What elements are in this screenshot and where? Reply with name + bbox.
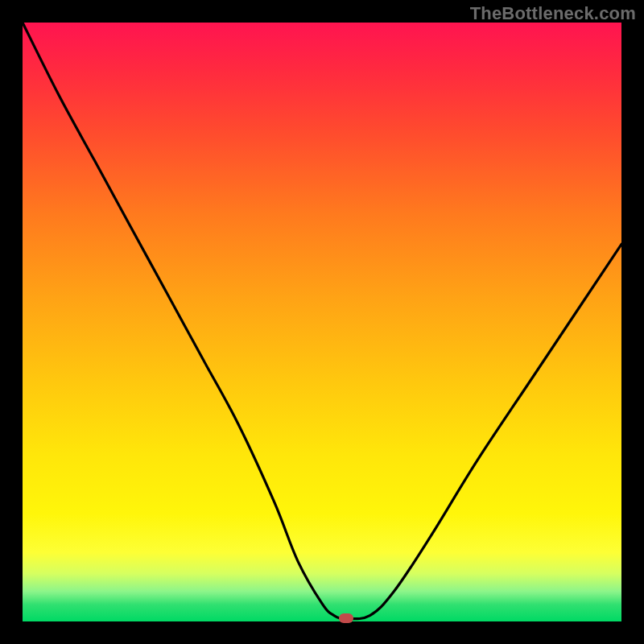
bottleneck-curve <box>23 23 621 621</box>
optimum-marker <box>339 613 353 623</box>
curve-path <box>23 23 621 619</box>
plot-area <box>23 23 621 621</box>
watermark-text: TheBottleneck.com <box>470 3 636 24</box>
chart-frame: TheBottleneck.com <box>0 0 644 644</box>
